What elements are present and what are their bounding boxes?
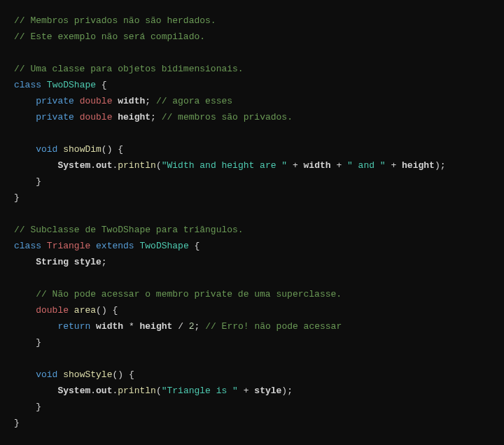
keyword: void <box>36 144 57 155</box>
identifier: height <box>402 160 435 171</box>
identifier: height <box>140 321 173 332</box>
dot: . <box>90 386 96 396</box>
brace-open: { <box>102 80 107 90</box>
type-keyword: double <box>80 96 113 106</box>
comment-line: // Não pode acessar o membro private de … <box>36 289 342 299</box>
method-name: showStyle <box>63 369 112 380</box>
dot: . <box>90 160 96 171</box>
identifier: out <box>96 386 112 396</box>
keyword: private <box>36 96 74 106</box>
string-literal: "Width and height are " <box>162 160 287 171</box>
identifier: width <box>118 96 145 106</box>
comment-line: // Este exemplo não será compilado. <box>14 31 205 42</box>
keyword: void <box>36 369 57 380</box>
type-name: String <box>36 257 69 267</box>
brace-close: } <box>14 192 20 203</box>
comment-line: // Uma classe para objetos bidimensionai… <box>14 64 244 74</box>
keyword: private <box>36 112 74 122</box>
keyword: return <box>57 321 90 332</box>
paren-close: ) <box>102 305 107 316</box>
method-name: println <box>118 386 156 396</box>
operator: + <box>244 386 249 396</box>
brace-close: } <box>36 176 41 187</box>
brace-open: { <box>129 369 134 380</box>
brace-close: } <box>14 418 20 428</box>
type-keyword: double <box>36 305 69 316</box>
brace-close: } <box>36 337 41 348</box>
keyword: class <box>14 80 41 90</box>
number-literal: 2 <box>189 321 195 332</box>
identifier: out <box>96 160 112 171</box>
operator: * <box>129 321 134 332</box>
identifier: width <box>304 160 331 171</box>
operator: + <box>336 160 342 171</box>
semicolon: ; <box>145 96 150 106</box>
comment-inline: // Erro! não pode acessar <box>205 321 342 332</box>
paren-close: ) <box>281 386 287 396</box>
operator: / <box>178 321 183 332</box>
identifier: System <box>57 386 90 396</box>
comment-line: // Membros privados não são herdados. <box>14 15 216 26</box>
string-literal: "Triangle is " <box>162 386 238 396</box>
paren-close: ) <box>435 160 440 171</box>
brace-open: { <box>195 241 200 251</box>
code-block: // Membros privados não são herdados. //… <box>14 13 490 431</box>
operator: + <box>391 160 396 171</box>
semicolon: ; <box>150 112 156 122</box>
method-name: showDim <box>63 144 102 155</box>
brace-open: { <box>113 305 118 316</box>
paren-open: ( <box>156 386 162 396</box>
method-name: area <box>74 305 96 316</box>
method-name: println <box>118 160 156 171</box>
keyword: extends <box>96 241 134 251</box>
string-literal: " and " <box>347 160 386 171</box>
identifier: style <box>254 386 281 396</box>
operator: + <box>293 160 298 171</box>
comment-inline: // membros são privados. <box>162 112 293 122</box>
semicolon: ; <box>287 386 293 396</box>
paren-close: ) <box>118 369 123 380</box>
brace-close: } <box>36 402 41 412</box>
class-name: TwoDShape <box>139 241 188 251</box>
paren-open: ( <box>96 305 102 316</box>
type-keyword: double <box>80 112 113 122</box>
semicolon: ; <box>195 321 200 332</box>
identifier: System <box>57 160 90 171</box>
paren-close: ) <box>107 144 113 155</box>
comment-line: // Subclasse de TwoDShape para triângulo… <box>14 225 244 235</box>
identifier: style <box>74 257 102 267</box>
class-name: Triangle <box>47 241 90 251</box>
brace-open: { <box>118 144 123 155</box>
class-name: TwoDShape <box>47 80 96 90</box>
identifier: height <box>118 112 150 122</box>
semicolon: ; <box>440 160 446 171</box>
paren-open: ( <box>156 160 162 171</box>
paren-open: ( <box>102 144 107 155</box>
semicolon: ; <box>102 257 107 267</box>
identifier: width <box>96 321 123 332</box>
keyword: class <box>14 241 41 251</box>
comment-inline: // agora esses <box>156 96 232 106</box>
